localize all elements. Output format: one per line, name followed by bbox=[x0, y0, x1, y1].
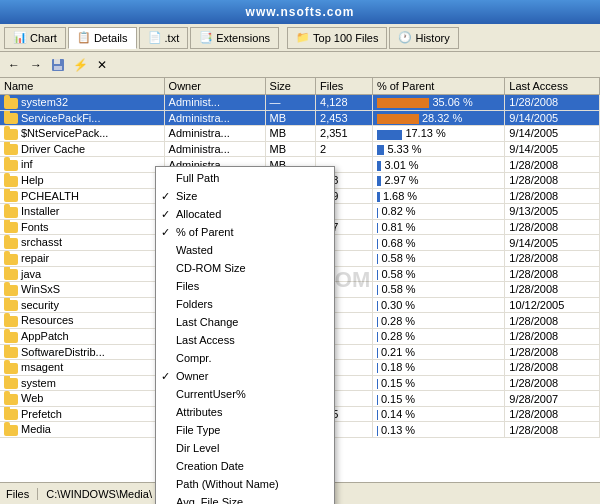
status-files-label: Files bbox=[6, 488, 38, 500]
folder-icon bbox=[4, 207, 18, 218]
pct-bar bbox=[377, 176, 382, 186]
menu-item-last-change[interactable]: Last Change bbox=[156, 313, 334, 331]
column-dropdown-menu: Full PathSizeAllocated% of ParentWastedC… bbox=[155, 166, 335, 504]
menu-item-creation-date[interactable]: Creation Date bbox=[156, 457, 334, 475]
pct-bar bbox=[377, 161, 382, 171]
title-bar: www.nsofts.com bbox=[0, 0, 600, 24]
col-files[interactable]: Files bbox=[316, 78, 373, 95]
cell-owner: Administra... bbox=[164, 126, 265, 142]
cell-name: java bbox=[0, 266, 164, 282]
svg-rect-1 bbox=[54, 59, 60, 64]
pct-bar bbox=[377, 363, 378, 373]
top100-icon: 📁 bbox=[296, 31, 310, 44]
cell-pct: 0.81 % bbox=[372, 219, 504, 235]
menu-item-pct-parent[interactable]: % of Parent bbox=[156, 223, 334, 241]
menu-item-owner[interactable]: Owner bbox=[156, 367, 334, 385]
cell-size: MB bbox=[265, 141, 315, 157]
tab-history[interactable]: 🕐 History bbox=[389, 27, 458, 49]
folder-icon bbox=[4, 191, 18, 202]
cell-pct: 0.14 % bbox=[372, 406, 504, 422]
cell-name: Fonts bbox=[0, 219, 164, 235]
menu-item-current-user[interactable]: CurrentUser% bbox=[156, 385, 334, 403]
main-toolbar: 📊 Chart 📋 Details 📄 .txt 📑 Extensions 📁 … bbox=[0, 24, 600, 52]
forward-button[interactable]: → bbox=[26, 55, 46, 75]
cell-pct: 0.18 % bbox=[372, 360, 504, 376]
action-button[interactable]: ⚡ bbox=[70, 55, 90, 75]
folder-icon bbox=[4, 285, 18, 296]
cell-lastaccess: 9/13/2005 bbox=[505, 204, 600, 220]
pct-bar bbox=[377, 426, 378, 436]
cell-pct: 0.58 % bbox=[372, 266, 504, 282]
cell-pct: 0.68 % bbox=[372, 235, 504, 251]
back-button[interactable]: ← bbox=[4, 55, 24, 75]
cell-owner: Administra... bbox=[164, 141, 265, 157]
tab-top100[interactable]: 📁 Top 100 Files bbox=[287, 27, 387, 49]
cell-lastaccess: 1/28/2008 bbox=[505, 313, 600, 329]
menu-item-files[interactable]: Files bbox=[156, 277, 334, 295]
cell-pct: 0.28 % bbox=[372, 328, 504, 344]
menu-item-wasted[interactable]: Wasted bbox=[156, 241, 334, 259]
menu-item-compr[interactable]: Compr. bbox=[156, 349, 334, 367]
col-name[interactable]: Name bbox=[0, 78, 164, 95]
menu-item-attributes[interactable]: Attributes bbox=[156, 403, 334, 421]
menu-item-file-type[interactable]: File Type bbox=[156, 421, 334, 439]
folder-icon bbox=[4, 378, 18, 389]
cell-lastaccess: 1/28/2008 bbox=[505, 360, 600, 376]
title-text: www.nsofts.com bbox=[246, 5, 355, 19]
cell-lastaccess: 9/28/2007 bbox=[505, 391, 600, 407]
cell-name: msagent bbox=[0, 360, 164, 376]
tab-chart[interactable]: 📊 Chart bbox=[4, 27, 66, 49]
pct-bar bbox=[377, 395, 378, 405]
history-icon: 🕐 bbox=[398, 31, 412, 44]
tab-details-label: Details bbox=[94, 32, 128, 44]
table-row[interactable]: system32 Administ... — 4,128 35.06 % 1/2… bbox=[0, 95, 600, 111]
pct-bar bbox=[377, 239, 379, 249]
cell-name: Resources bbox=[0, 313, 164, 329]
tab-txt[interactable]: 📄 .txt bbox=[139, 27, 189, 49]
menu-item-size[interactable]: Size bbox=[156, 187, 334, 205]
menu-item-path-without-name[interactable]: Path (Without Name) bbox=[156, 475, 334, 493]
cell-pct: 0.30 % bbox=[372, 297, 504, 313]
cell-pct: 1.68 % bbox=[372, 188, 504, 204]
col-lastaccess[interactable]: Last Access bbox=[505, 78, 600, 95]
status-path: C:\WINDOWS\Media\ bbox=[46, 488, 152, 500]
table-row[interactable]: ServicePackFi... Administra... MB 2,453 … bbox=[0, 110, 600, 126]
cell-pct: 0.15 % bbox=[372, 391, 504, 407]
cell-pct: 0.82 % bbox=[372, 204, 504, 220]
folder-icon bbox=[4, 425, 18, 436]
close-button[interactable]: ✕ bbox=[92, 55, 112, 75]
folder-icon bbox=[4, 176, 18, 187]
pct-bar bbox=[377, 192, 380, 202]
menu-item-full-path[interactable]: Full Path bbox=[156, 169, 334, 187]
folder-icon bbox=[4, 129, 18, 140]
tab-top100-label: Top 100 Files bbox=[313, 32, 378, 44]
col-size[interactable]: Size bbox=[265, 78, 315, 95]
secondary-toolbar: ← → ⚡ ✕ bbox=[0, 52, 600, 78]
col-pct[interactable]: % of Parent bbox=[372, 78, 504, 95]
menu-item-last-access[interactable]: Last Access bbox=[156, 331, 334, 349]
folder-icon bbox=[4, 394, 18, 405]
menu-item-avg-file-size[interactable]: Avg. File Size bbox=[156, 493, 334, 504]
folder-icon bbox=[4, 160, 18, 171]
txt-icon: 📄 bbox=[148, 31, 162, 44]
cell-lastaccess: 10/12/2005 bbox=[505, 297, 600, 313]
save-button[interactable] bbox=[48, 55, 68, 75]
menu-item-folders[interactable]: Folders bbox=[156, 295, 334, 313]
folder-icon bbox=[4, 144, 18, 155]
menu-item-allocated[interactable]: Allocated bbox=[156, 205, 334, 223]
table-row[interactable]: $NtServicePack... Administra... MB 2,351… bbox=[0, 126, 600, 142]
pct-bar bbox=[377, 114, 419, 124]
pct-bar bbox=[377, 379, 378, 389]
col-owner[interactable]: Owner bbox=[164, 78, 265, 95]
tab-extensions[interactable]: 📑 Extensions bbox=[190, 27, 279, 49]
menu-item-dir-level[interactable]: Dir Level bbox=[156, 439, 334, 457]
cell-size: MB bbox=[265, 126, 315, 142]
folder-icon bbox=[4, 316, 18, 327]
cell-pct: 17.13 % bbox=[372, 126, 504, 142]
folder-icon bbox=[4, 254, 18, 265]
cell-name: PCHEALTH bbox=[0, 188, 164, 204]
table-row[interactable]: Driver Cache Administra... MB 2 5.33 % 9… bbox=[0, 141, 600, 157]
tab-details[interactable]: 📋 Details bbox=[68, 27, 137, 49]
pct-bar bbox=[377, 317, 378, 327]
menu-item-cdrom-size[interactable]: CD-ROM Size bbox=[156, 259, 334, 277]
